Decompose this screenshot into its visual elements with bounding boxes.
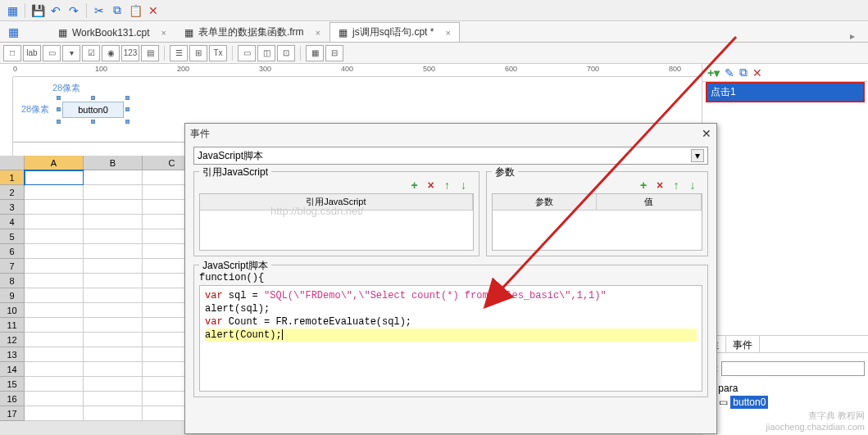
component-tree[interactable]: 🗀 para ▭ button0 — [706, 383, 865, 432]
add-icon[interactable]: + — [408, 179, 421, 192]
cell[interactable] — [25, 259, 84, 274]
edit-icon[interactable]: ✎ — [725, 66, 734, 79]
grid-icon[interactable]: ▦ — [3, 23, 23, 41]
cell[interactable] — [84, 259, 143, 274]
undo-icon[interactable]: ↶ — [47, 2, 65, 20]
save-icon[interactable]: 💾 — [29, 2, 47, 20]
cell[interactable] — [25, 303, 84, 318]
row-header-16[interactable]: 16 — [0, 392, 25, 406]
row-header-15[interactable]: 15 — [0, 377, 25, 392]
widget-tx-icon[interactable]: Tx — [209, 45, 227, 61]
cell[interactable] — [84, 200, 143, 215]
cut-icon[interactable]: ✂ — [90, 2, 108, 20]
up-icon[interactable]: ↑ — [670, 179, 683, 192]
cell[interactable] — [25, 215, 84, 229]
tree-root[interactable]: para — [718, 383, 738, 394]
new-icon[interactable]: ▦ — [3, 2, 21, 20]
widget-text-icon[interactable]: □ — [3, 45, 21, 61]
tab-js-sql[interactable]: ▦ js调用sql语句.cpt * × — [329, 22, 460, 42]
row-header-7[interactable]: 7 — [0, 259, 25, 274]
close-icon[interactable]: × — [161, 28, 166, 38]
cell[interactable] — [84, 347, 143, 362]
event-item-click1[interactable]: 点击1 — [707, 84, 863, 101]
widget-number-icon[interactable]: 123 — [121, 45, 139, 61]
row-header-14[interactable]: 14 — [0, 362, 25, 377]
row-header-9[interactable]: 9 — [0, 288, 25, 303]
row-header-13[interactable]: 13 — [0, 347, 25, 362]
row-header-2[interactable]: 2 — [0, 185, 25, 200]
cell[interactable] — [25, 244, 84, 259]
rp-tab-event[interactable]: 事件 — [726, 336, 760, 352]
widget-card-icon[interactable]: ▭ — [238, 45, 256, 61]
copy-icon[interactable]: ⧉ — [739, 66, 748, 79]
cell[interactable] — [84, 362, 143, 377]
tab-workbook131[interactable]: ▦ WorkBook131.cpt × — [49, 22, 175, 42]
widget-misc2-icon[interactable]: ⊟ — [325, 45, 343, 61]
cell[interactable] — [84, 392, 143, 406]
search-input[interactable] — [721, 361, 865, 376]
import-js-table[interactable]: 引用JavaScript — [199, 193, 474, 251]
widget-misc1-icon[interactable]: ▦ — [306, 45, 324, 61]
tab-form-dataset[interactable]: ▦ 表单里的数据集函数.frm × — [175, 22, 329, 42]
redo-icon[interactable]: ↷ — [65, 2, 83, 20]
cell[interactable] — [84, 215, 143, 229]
script-type-combo[interactable]: JavaScript脚本 ▾ — [193, 147, 708, 165]
widget-tab-icon[interactable]: ◫ — [257, 45, 275, 61]
cell[interactable] — [25, 288, 84, 303]
widget-combo-icon[interactable]: ▾ — [62, 45, 80, 61]
tab-overflow-icon[interactable]: ▸ — [850, 30, 868, 42]
chevron-down-icon[interactable]: ▾ — [691, 149, 704, 162]
close-icon[interactable]: × — [316, 28, 320, 38]
delete-icon[interactable]: ✕ — [144, 2, 162, 20]
cell[interactable] — [25, 200, 84, 215]
cell[interactable] — [25, 333, 84, 347]
cell[interactable] — [25, 170, 84, 185]
cell[interactable] — [84, 288, 143, 303]
widget-abs-icon[interactable]: ⊡ — [277, 45, 295, 61]
copy-icon[interactable]: ⧉ — [108, 2, 126, 20]
widget-radio-icon[interactable]: ◉ — [102, 45, 120, 61]
row-header-4[interactable]: 4 — [0, 215, 25, 229]
add-icon[interactable]: + — [637, 179, 650, 192]
cell[interactable] — [84, 406, 143, 421]
remove-icon[interactable]: ✕ — [752, 66, 762, 79]
cell[interactable] — [25, 274, 84, 288]
remove-icon[interactable]: × — [653, 179, 666, 192]
row-header-8[interactable]: 8 — [0, 274, 25, 288]
row-header-3[interactable]: 3 — [0, 200, 25, 215]
cell[interactable] — [84, 318, 143, 333]
cell[interactable] — [84, 303, 143, 318]
widget-label-icon[interactable]: lab — [23, 45, 41, 61]
up-icon[interactable]: ↑ — [441, 179, 454, 192]
cell[interactable] — [25, 185, 84, 200]
param-table[interactable]: 参数 值 — [492, 193, 702, 251]
cell[interactable] — [84, 244, 143, 259]
cell[interactable] — [84, 274, 143, 288]
tree-node-button0[interactable]: button0 — [730, 396, 768, 409]
row-header-17[interactable]: 17 — [0, 406, 25, 421]
cell[interactable] — [84, 185, 143, 200]
cell[interactable] — [84, 333, 143, 347]
widget-date-icon[interactable]: ▤ — [141, 45, 159, 61]
cell[interactable] — [25, 406, 84, 421]
col-header-b[interactable]: B — [84, 156, 143, 170]
widget-check-icon[interactable]: ☑ — [82, 45, 100, 61]
cell[interactable] — [25, 392, 84, 406]
cell[interactable] — [25, 362, 84, 377]
close-icon[interactable]: × — [445, 28, 450, 38]
row-header-6[interactable]: 6 — [0, 244, 25, 259]
cell[interactable] — [84, 229, 143, 244]
cell[interactable] — [25, 318, 84, 333]
cell[interactable] — [84, 377, 143, 392]
add-event-icon[interactable]: +▾ — [707, 66, 720, 79]
col-header-a[interactable]: A — [25, 156, 84, 170]
dialog-titlebar[interactable]: 事件 ✕ — [185, 124, 716, 143]
paste-icon[interactable]: 📋 — [126, 2, 144, 20]
row-header-11[interactable]: 11 — [0, 318, 25, 333]
row-header-12[interactable]: 12 — [0, 333, 25, 347]
grid-corner[interactable] — [0, 156, 25, 170]
close-icon[interactable]: ✕ — [702, 127, 711, 140]
cell[interactable] — [25, 229, 84, 244]
cell[interactable] — [84, 170, 143, 185]
row-header-1[interactable]: 1 — [0, 170, 25, 185]
